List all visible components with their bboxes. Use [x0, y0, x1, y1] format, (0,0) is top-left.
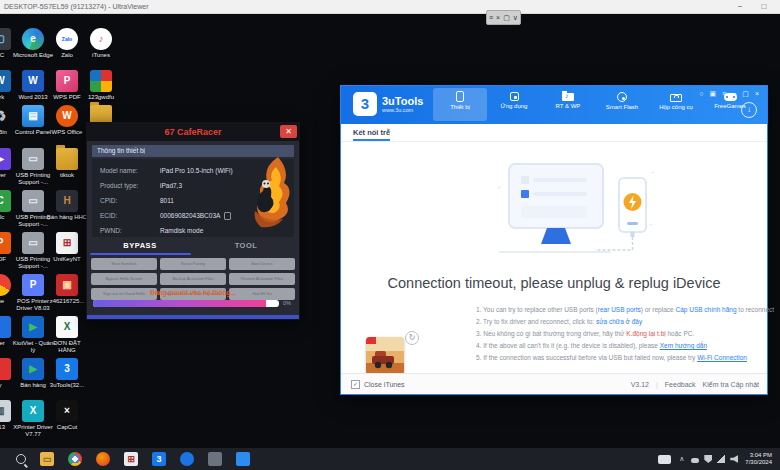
field-value: Ramdisk mode [160, 227, 203, 234]
bypass-action-button[interactable]: Backup Activation Files [160, 273, 226, 285]
tip-text: Nếu không có gì bất thường trong driver,… [483, 330, 626, 337]
bypass-action-button[interactable]: Bypass Hello Screen [91, 273, 157, 285]
window-icon[interactable]: ▢ [503, 12, 510, 23]
file-explorer-icon[interactable]: ▭ [40, 452, 54, 466]
nav-tab-cube[interactable]: Ứng dụng [487, 88, 541, 121]
usb-printing-1-icon: ▭ [22, 148, 44, 170]
copy-icon[interactable] [224, 212, 231, 220]
123gwdfu-icon [90, 70, 112, 92]
network-icon[interactable] [717, 455, 725, 463]
wps-pdf-icon: P [56, 70, 78, 92]
caferacer-window: 67 CafeRacer ✕ Thông tin thiết bị Model … [86, 122, 300, 320]
field-value: iPad7,3 [160, 182, 182, 189]
minimize-button[interactable]: − [730, 0, 750, 13]
don-dat-hang-icon: X [56, 316, 78, 338]
app-red-icon[interactable] [96, 452, 110, 466]
desktop-icon-label: ĐƠN ĐẶT HÀNG [45, 340, 89, 354]
nav-tab-folder[interactable]: RT & WP [541, 88, 595, 121]
desktop-icon-tiktok-folder[interactable]: tiktok [45, 148, 89, 179]
nav-tab-phone[interactable]: Thiết bị [433, 88, 487, 121]
circle-icon[interactable]: ○ [699, 90, 703, 98]
check-update-link[interactable]: Kiểm tra Cập nhật [703, 381, 759, 388]
tray-chevron-icon[interactable]: ∧ [679, 455, 684, 463]
nav-tab-toolbox[interactable]: Hộp công cụ [649, 88, 703, 121]
link-text[interactable]: rear USB ports [598, 306, 641, 313]
desktop-icon-label: Bán hàng HHC [45, 214, 89, 221]
bypass-action-button[interactable]: Boot Ramdisk [91, 258, 157, 270]
bypass-action-button[interactable]: Boot Device [229, 258, 295, 270]
minimize-icon[interactable]: − [732, 90, 736, 98]
refresh-icon[interactable]: ↻ [405, 331, 419, 345]
tab-tool[interactable]: TOOL [193, 239, 299, 253]
bypass-action-button[interactable]: Reset Pairing [160, 258, 226, 270]
field-label: CPID: [100, 197, 160, 204]
work-icon: W [0, 70, 11, 92]
clock-date: 7/30/2024 [745, 459, 772, 466]
brand-url: www.3u.com [382, 107, 423, 113]
keyboard-language-icon[interactable] [658, 455, 671, 464]
caferacer-title: 67 CafeRacer [164, 127, 221, 137]
desktop-icon-ban-hang-hhc[interactable]: HBán hàng HHC [45, 190, 89, 221]
tab-bypass[interactable]: BYPASS [87, 239, 193, 253]
maximize-button[interactable]: □ [754, 0, 774, 13]
pos-printer-icon: P [22, 274, 44, 296]
desktop-icon-3utools-shortcut[interactable]: 33uTools(32... [45, 358, 89, 389]
close-itunes-checkbox[interactable]: ✓ [351, 380, 360, 389]
desktop-icon-label: z46216725... [45, 298, 89, 305]
3utools-footer: ✓ Close iTunes V3.12 | Feedback Kiểm tra… [341, 373, 767, 394]
menu-icon[interactable]: ≡ [722, 90, 726, 98]
desktop-icon-itunes[interactable]: ♪iTunes [79, 28, 123, 59]
menu-icon[interactable]: ≡ [489, 12, 493, 23]
download-icon[interactable]: ↓ [741, 102, 757, 118]
status-text: Đang mount vào hệ thống... [87, 289, 299, 296]
close-icon[interactable]: × [755, 90, 759, 98]
remote-desktop-screen: DESKTOP-5S7EL59 (91213274) - UltraViewer… [0, 0, 780, 470]
link-text[interactable]: Cáp USB chính hãng [675, 306, 736, 313]
3utools-icon[interactable]: 3 [152, 452, 166, 466]
game-ad-thumbnail[interactable] [366, 337, 404, 375]
nav-tab-flash[interactable]: Smart Flash [595, 88, 649, 121]
danger-text[interactable]: K.động lại t.bị [626, 330, 665, 337]
close-icon[interactable]: ✕ [280, 125, 297, 138]
close-icon[interactable]: × [496, 12, 500, 23]
bypass-action-button[interactable]: Restore Activation Files [229, 273, 295, 285]
shield-icon[interactable] [704, 455, 712, 463]
zalo-icon: Zalo [56, 28, 78, 50]
taskbar-clock[interactable]: 3:04 PM 7/30/2024 [745, 452, 772, 466]
app-blue-circle-icon[interactable] [180, 452, 194, 466]
link-text[interactable]: sửa chữa ở đây [596, 318, 642, 325]
desktop-icon-don-dat-hang[interactable]: XĐƠN ĐẶT HÀNG [45, 316, 89, 354]
tip-line: 5. If the connection was successful befo… [476, 352, 774, 364]
caferacer-titlebar[interactable]: 67 CafeRacer ✕ [87, 123, 299, 141]
link-text[interactable]: Wi-Fi Connection [697, 354, 747, 361]
chevron-down-icon[interactable]: ∨ [513, 12, 518, 23]
unikey-icon[interactable]: ⊞ [124, 452, 138, 466]
tab-connection-timeout[interactable]: Kết nối trễ [353, 128, 390, 137]
stack-icon[interactable]: ▣ [709, 90, 716, 98]
close-itunes-label: Close iTunes [364, 381, 405, 388]
phone-icon [456, 91, 464, 102]
feedback-link[interactable]: Feedback [665, 381, 696, 388]
volume-icon[interactable] [730, 455, 738, 463]
xprinter-icon: X [22, 400, 44, 422]
link-text[interactable]: Xem hướng dẫn [660, 342, 707, 349]
desktop-icon-unikeynt[interactable]: ⊞UniKeyNT [45, 232, 89, 263]
app-blue-icon[interactable] [236, 452, 250, 466]
search-icon[interactable] [16, 454, 26, 464]
app-grey-icon[interactable] [208, 452, 222, 466]
viewer-toolbar[interactable]: ≡×▢∨ [486, 10, 521, 25]
desktop-icon-123gwdfu[interactable]: 123gwdfu [79, 70, 123, 101]
tip-text: ) or replace [641, 306, 676, 313]
desktop-icon-capcut[interactable]: ×CapCut [45, 400, 89, 431]
nav-tab-label: Ứng dụng [487, 103, 541, 109]
desktop-icon-z46-image[interactable]: ▣z46216725... [45, 274, 89, 305]
ultraviewer-titlebar: DESKTOP-5S7EL59 (91213274) - UltraViewer… [0, 0, 780, 14]
usb-printing-3-icon: ▭ [22, 232, 44, 254]
nav-tab-label: Smart Flash [595, 104, 649, 110]
chrome-icon[interactable] [68, 452, 82, 466]
cloud-icon[interactable] [691, 458, 699, 463]
this-pc-icon: ▢ [0, 28, 11, 50]
maximize-icon[interactable]: ▢ [742, 90, 749, 98]
tip-line: 2. Try to fix driver and reconnect, clic… [476, 316, 774, 328]
desktop-icon-label: 3uTools(32... [45, 382, 89, 389]
